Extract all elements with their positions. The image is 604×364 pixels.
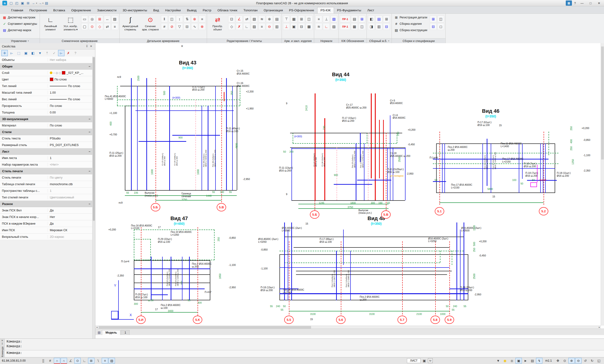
property-value[interactable]: Нет: [48, 215, 92, 219]
fullscreen-icon[interactable]: ◱: [596, 358, 602, 364]
ribbon-icon-button[interactable]: ▭: [81, 16, 88, 22]
collapse-icon[interactable]: −: [88, 65, 90, 68]
ortho-icon[interactable]: ∟: [81, 358, 88, 364]
ribbon-icon-button[interactable]: ⊕: [191, 16, 198, 22]
ribbon-icon-button[interactable]: ▥: [274, 23, 280, 30]
snap-icon[interactable]: #: [47, 358, 53, 364]
ribbon-icon-button[interactable]: ◫: [168, 16, 175, 22]
property-value[interactable]: ○◎◻_027_KP_...: [48, 71, 92, 74]
ribbon-icon-button[interactable]: ▢: [81, 23, 88, 30]
chevron-down-icon[interactable]: ▾: [388, 40, 389, 42]
ribbon-icon-button[interactable]: ▤: [274, 16, 280, 22]
model-space-icon[interactable]: M: [428, 358, 433, 363]
save-icon[interactable]: ▣: [20, 1, 25, 5]
ribbon-icon-button[interactable]: ⊤: [283, 16, 290, 22]
maximize-button[interactable]: □: [587, 0, 594, 6]
ribbon-text-button[interactable]: ПР-1: [340, 23, 350, 30]
layer-on-icon[interactable]: [50, 72, 52, 74]
ribbon-button[interactable]: ▤Сборка конструкции: [393, 27, 429, 33]
property-value[interactable]: По слою: [48, 104, 92, 108]
property-value[interactable]: <Нет>: [48, 163, 92, 166]
properties-tool-icon[interactable]: ▻: [9, 50, 15, 56]
ribbon-tab-лист[interactable]: Лист: [364, 7, 377, 13]
minimize-button[interactable]: —: [578, 0, 586, 6]
dropdown-icon[interactable]: ▾: [42, 2, 43, 4]
property-value[interactable]: 1: [48, 189, 92, 193]
annotation-dropdown-icon[interactable]: ▼: [495, 358, 501, 364]
annotation-auto-icon[interactable]: ◉: [509, 358, 515, 364]
ribbon-icon-button[interactable]: ▧: [251, 16, 258, 22]
drawing-canvas[interactable]: ✕ Вид 43(t=350)пс91500Ст-15 Ø16 A500CСт-…: [95, 43, 601, 326]
ribbon-icon-button[interactable]: ⊞: [96, 16, 103, 22]
ribbon-tab-вставка[interactable]: Вставка: [50, 7, 68, 13]
pin-icon[interactable]: ↧: [85, 45, 89, 48]
ribbon-icon-button[interactable]: ⊕: [266, 16, 273, 22]
orbit-icon[interactable]: ↺: [582, 358, 588, 364]
property-value[interactable]: Нет набора: [48, 58, 92, 61]
ribbon-tab-главная[interactable]: Главная: [8, 7, 26, 13]
close-icon[interactable]: ✕: [89, 45, 93, 48]
ribbon-icon-button[interactable]: ≡: [199, 16, 206, 22]
ribbon-icon-button[interactable]: ⊟: [298, 23, 305, 30]
properties-scrollbar[interactable]: [92, 57, 95, 339]
property-value[interactable]: PStudio: [48, 137, 92, 140]
ribbon-icon-button[interactable]: ∟: [243, 23, 250, 30]
properties-tool-icon[interactable]: ▻: [58, 50, 64, 56]
ribbon-icon-button[interactable]: ▦: [290, 16, 297, 22]
ribbon-icon-button[interactable]: ▤: [376, 16, 382, 22]
properties-section-header[interactable]: Стили−: [0, 129, 92, 135]
properties-tool-icon[interactable]: ◧: [30, 50, 36, 56]
properties-tool-icon[interactable]: ✛: [1, 50, 8, 56]
ribbon-icon-button[interactable]: ⊟: [430, 23, 437, 30]
ribbon-icon-button[interactable]: ⊞: [298, 16, 305, 22]
property-value[interactable]: По цвету: [48, 176, 92, 179]
transparency-icon[interactable]: ▨: [109, 358, 115, 364]
ribbon-icon-button[interactable]: ◫: [306, 16, 313, 22]
ribbon-tab-оформление[interactable]: Оформление: [68, 7, 94, 13]
property-value[interactable]: Мировая СК: [48, 228, 92, 232]
property-value[interactable]: PS_DOT_EXTLINES: [48, 143, 92, 147]
ribbon-tab-3d-инструменты[interactable]: 3D-инструменты: [120, 7, 150, 13]
dynamic-input-icon[interactable]: ↯: [536, 358, 542, 364]
ribbon-button[interactable]: ⊞Регистрация детали: [393, 15, 429, 20]
properties-section-header[interactable]: Разное−: [0, 201, 92, 207]
layout-tab-модель[interactable]: Модель: [102, 330, 120, 335]
ribbon-icon-button[interactable]: ⊖: [266, 23, 273, 30]
angle-snap-icon[interactable]: ∠: [67, 358, 74, 364]
ribbon-tab-вывод[interactable]: Вывод: [184, 7, 200, 13]
ribbon-icon-button[interactable]: ⊞: [359, 16, 365, 22]
properties-tool-icon[interactable]: ⇡: [44, 50, 50, 56]
ribbon-icon-button[interactable]: ⊥: [283, 23, 290, 30]
ribbon-tab-организация[interactable]: Организация: [261, 7, 286, 13]
ribbon-icon-button[interactable]: ◧: [368, 16, 375, 22]
property-value[interactable]: 0.00: [48, 111, 92, 114]
ribbon-button[interactable]: #Сборка изделия: [393, 21, 429, 27]
property-value[interactable]: Цветозависимый: [48, 195, 92, 199]
drawing-close-icon[interactable]: ✕: [181, 44, 183, 48]
ribbon-icon-button[interactable]: ◨: [368, 23, 375, 30]
polar-tracking-icon[interactable]: ⊙: [74, 358, 81, 364]
ribbon-icon-button[interactable]: ↕: [176, 16, 183, 22]
ribbon-tab-ps-кж[interactable]: PS-КЖ: [317, 7, 334, 13]
property-value[interactable]: По слою: [48, 97, 92, 101]
ribbon-icon-button[interactable]: ◫: [359, 23, 365, 30]
ribbon-icon-button[interactable]: #: [161, 23, 168, 30]
object-tracking-icon[interactable]: ⊞: [88, 358, 94, 364]
properties-section-header[interactable]: 3D-визуализация−: [0, 116, 92, 122]
ribbon-icon-button[interactable]: ⇅: [184, 16, 190, 22]
redo-icon[interactable]: →: [38, 1, 43, 5]
chevron-down-icon[interactable]: ▾: [28, 40, 29, 42]
layout-list-icon[interactable]: ▤: [97, 330, 101, 335]
layer-state-icon[interactable]: ◎: [55, 71, 58, 74]
ribbon-icon-button[interactable]: ≋: [258, 16, 265, 22]
close-icon[interactable]: ✕: [1, 339, 3, 342]
sheet-mode-button[interactable]: ЛИСТ: [407, 358, 421, 363]
properties-tool-icon[interactable]: ✗: [65, 50, 72, 56]
ribbon-icon-button[interactable]: ∠: [236, 16, 243, 22]
property-value[interactable]: 1: [48, 156, 92, 160]
quick-properties-icon[interactable]: ▤: [529, 358, 536, 364]
ribbon-big-button[interactable]: ⇄Преобр.объект: [208, 15, 227, 38]
ribbon-icon-button[interactable]: ∿: [191, 23, 198, 30]
ribbon-icon-button[interactable]: ≡: [258, 23, 265, 30]
annotation-visibility-icon[interactable]: ◉: [502, 358, 508, 364]
